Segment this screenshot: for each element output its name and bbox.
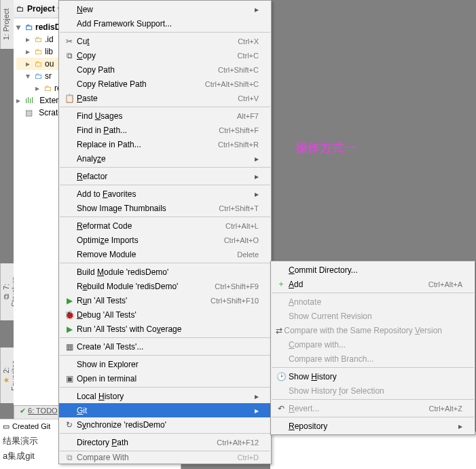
menu-item: Annotate <box>271 295 475 309</box>
menu-item[interactable]: 📋PasteCtrl+V <box>59 91 271 105</box>
shortcut: Ctrl+Alt+O <box>224 236 259 244</box>
⧉-icon: ⧉ <box>62 453 77 462</box>
menu-label: Copy <box>77 51 238 60</box>
submenu-arrow-icon: ▸ <box>458 421 462 431</box>
sidebar-tab-project[interactable]: 1: Project <box>0 0 14 49</box>
menu-item[interactable]: ⧉Compare WithCtrl+D <box>59 453 271 462</box>
menu-item[interactable]: Git▸ <box>59 403 271 417</box>
menu-item[interactable]: New▸ <box>59 2 271 16</box>
⇄-icon: ⇄ <box>274 326 284 335</box>
menu-item: ⇄Compare with the Same Repository Versio… <box>271 323 475 337</box>
shortcut: Ctrl+Shift+C <box>218 66 259 74</box>
shortcut: Ctrl+Shift+F <box>219 126 259 134</box>
menu-item[interactable]: Find UsagesAlt+F7 <box>59 109 271 123</box>
🐞-icon: 🐞 <box>62 310 77 320</box>
menu-item[interactable]: Replace in Path...Ctrl+Shift+R <box>59 137 271 151</box>
menu-item[interactable]: Commit Directory... <box>271 263 475 277</box>
project-icon: 🗀 <box>16 4 24 14</box>
menu-item[interactable]: ⧉CopyCtrl+C <box>59 48 271 62</box>
menu-item[interactable]: Add Framework Support... <box>59 16 271 31</box>
menu-label: Local History <box>77 392 255 401</box>
menu-item: ↶Revert...Ctrl+Alt+Z <box>271 401 475 415</box>
menu-label: Optimize Imports <box>77 236 224 245</box>
shortcut: Ctrl+V <box>238 94 259 102</box>
annotation-text: 操作方式一 <box>295 140 356 156</box>
submenu-arrow-icon: ▸ <box>255 392 259 401</box>
menu-item[interactable]: Directory PathCtrl+Alt+F12 <box>59 435 271 449</box>
menu-label: Add <box>289 280 428 289</box>
menu-item[interactable]: Reformat CodeCtrl+Alt+L <box>59 219 271 233</box>
shortcut: Ctrl+Alt+F12 <box>217 438 259 447</box>
menu-label: Run 'All Tests' with Coverage <box>77 324 259 334</box>
menu-label: Git <box>77 406 255 415</box>
menu-item[interactable]: ↻Synchronize 'redisDemo' <box>59 417 271 432</box>
menu-label: Analyze <box>77 154 255 164</box>
menu-item[interactable]: Rebuild Module 'redisDemo'Ctrl+Shift+F9 <box>59 279 271 293</box>
todo-tab[interactable]: ✔ 6: TODO <box>14 405 64 419</box>
menu-item[interactable]: ＋AddCtrl+Alt+A <box>271 277 475 291</box>
menu-item[interactable]: 🐞Debug 'All Tests' <box>59 307 271 322</box>
menu-label: Annotate <box>289 297 462 307</box>
context-menu-main[interactable]: New▸Add Framework Support...✂CutCtrl+X⧉C… <box>58 0 272 464</box>
menu-item[interactable]: ✂CutCtrl+X <box>59 34 271 48</box>
menu-label: Reformat Code <box>77 221 225 231</box>
menu-item[interactable]: Analyze▸ <box>59 151 271 166</box>
shortcut: Ctrl+Alt+Shift+C <box>205 80 259 88</box>
shortcut: Ctrl+Alt+A <box>428 280 462 288</box>
menu-item: Show History for Selection <box>271 383 475 398</box>
menu-item[interactable]: ▦Create 'All Tests'... <box>59 339 271 354</box>
shortcut: Ctrl+X <box>238 37 259 45</box>
menu-label: Compare With <box>77 453 238 462</box>
menu-label: Copy Path <box>77 65 218 75</box>
menu-label: Debug 'All Tests' <box>77 310 259 320</box>
shortcut: Ctrl+Alt+L <box>225 222 259 230</box>
menu-label: Copy Relative Path <box>77 79 205 89</box>
menu-item[interactable]: Refactor▸ <box>59 169 271 183</box>
▣-icon: ▣ <box>62 374 77 383</box>
menu-label: Show History for Selection <box>289 386 462 396</box>
sidebar-tab-structure[interactable]: ⧉7: Structure <box>0 263 14 320</box>
menu-label: Cut <box>77 37 238 46</box>
shortcut: Ctrl+Shift+F9 <box>215 282 259 290</box>
menu-item[interactable]: Find in Path...Ctrl+Shift+F <box>59 123 271 137</box>
menu-item[interactable]: Remove ModuleDelete <box>59 247 271 261</box>
menu-item[interactable]: Local History▸ <box>59 389 271 403</box>
menu-item[interactable]: Add to Favorites▸ <box>59 187 271 201</box>
menu-item: Compare with... <box>271 337 475 352</box>
shortcut: Alt+F7 <box>237 112 259 120</box>
blank-area <box>270 430 476 469</box>
menu-item[interactable]: Optimize ImportsCtrl+Alt+O <box>59 233 271 247</box>
menu-label: New <box>77 5 255 14</box>
todo-underline: 6: TODO <box>28 407 58 415</box>
shortcut: Ctrl+Shift+F10 <box>210 297 259 305</box>
menu-item: Compare with Branch... <box>271 352 475 366</box>
shortcut: Ctrl+Shift+R <box>218 140 259 149</box>
shortcut: Ctrl+C <box>238 52 259 60</box>
menu-item[interactable]: ▶Run 'All Tests'Ctrl+Shift+F10 <box>59 293 271 307</box>
menu-item[interactable]: Show in Explorer <box>59 357 271 371</box>
menu-label: Open in terminal <box>77 374 259 383</box>
menu-label: Rebuild Module 'redisDemo' <box>77 282 215 291</box>
menu-item[interactable]: ▣Open in terminal <box>59 371 271 386</box>
menu-item[interactable]: Copy PathCtrl+Shift+C <box>59 62 271 77</box>
menu-item[interactable]: ▶Run 'All Tests' with Coverage <box>59 322 271 336</box>
menu-label: Build Module 'redisDemo' <box>77 267 259 277</box>
＋-icon: ＋ <box>274 278 289 290</box>
submenu-arrow-icon: ▸ <box>255 406 259 415</box>
submenu-arrow-icon: ▸ <box>255 154 259 164</box>
menu-label: Compare with... <box>289 340 462 350</box>
submenu-arrow-icon: ▸ <box>255 189 259 199</box>
menu-item[interactable]: Copy Relative PathCtrl+Alt+Shift+C <box>59 77 271 91</box>
menu-item[interactable]: Repository▸ <box>271 419 475 433</box>
menu-item[interactable]: Build Module 'redisDemo' <box>59 265 271 279</box>
menu-item: Show Current Revision <box>271 309 475 323</box>
menu-item[interactable]: Show Image ThumbnailsCtrl+Shift+T <box>59 201 271 215</box>
🕑-icon: 🕑 <box>274 372 289 381</box>
sidebar-tab-favorites[interactable]: ★2: Favorites <box>0 348 14 403</box>
submenu-arrow-icon: ▸ <box>255 172 259 181</box>
submenu-arrow-icon: ▸ <box>255 5 259 14</box>
menu-label: Refactor <box>77 172 255 181</box>
menu-item[interactable]: 🕑Show History <box>271 369 475 383</box>
✂-icon: ✂ <box>62 37 77 46</box>
context-menu-git[interactable]: Commit Directory...＋AddCtrl+Alt+AAnnotat… <box>270 261 475 435</box>
